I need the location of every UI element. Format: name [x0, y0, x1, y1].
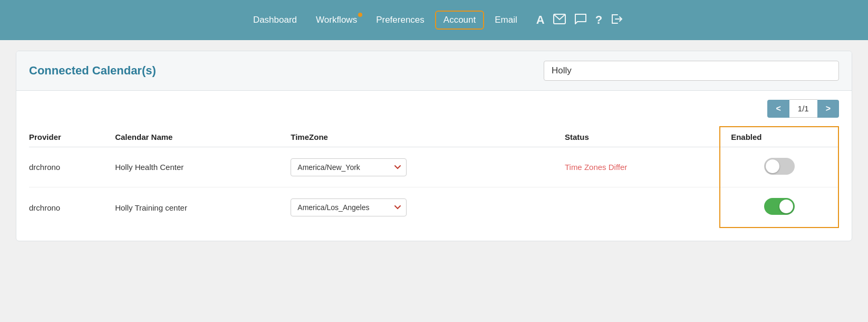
timezone-select-2[interactable]: America/Los_Angeles America/New_York Ame…: [291, 198, 407, 216]
calendars-table: Provider Calendar Name TimeZone Status E…: [29, 126, 839, 228]
toggle-thumb-2: [779, 200, 793, 213]
pagination: < 1/1 >: [29, 99, 839, 118]
toggle-track-2: [764, 198, 795, 215]
workflows-dot: [358, 13, 362, 17]
status-cell: Time Zones Differ: [565, 147, 720, 187]
nav-preferences[interactable]: Preferences: [368, 11, 433, 30]
nav-bar: Dashboard Workflows Preferences Account …: [245, 11, 526, 30]
table-row: drchrono Holly Training center America/L…: [29, 187, 838, 228]
status-differ-text: Time Zones Differ: [565, 163, 627, 172]
chat-icon[interactable]: [574, 13, 587, 27]
th-provider: Provider: [29, 127, 115, 147]
th-timezone: TimeZone: [291, 127, 565, 147]
toggle-track-1: [764, 158, 795, 175]
calendar-search-input[interactable]: [544, 61, 839, 81]
nav-dashboard[interactable]: Dashboard: [245, 11, 305, 30]
timezone-cell[interactable]: America/New_York America/Los_Angeles Ame…: [291, 147, 565, 187]
toggle-thumb-1: [766, 159, 779, 173]
provider-cell: drchrono: [29, 147, 115, 187]
th-calendar-name: Calendar Name: [115, 127, 291, 147]
toggle-1[interactable]: [764, 158, 795, 175]
page-count: 1/1: [789, 99, 817, 118]
timezone-cell[interactable]: America/Los_Angeles America/New_York Ame…: [291, 187, 565, 228]
calendar-name-cell: Holly Health Center: [115, 147, 291, 187]
connected-calendars-card: Connected Calendar(s) < 1/1 > Provider C…: [16, 51, 852, 241]
table-row: drchrono Holly Health Center America/New…: [29, 147, 838, 187]
card-body: < 1/1 > Provider Calendar Name TimeZone …: [16, 91, 852, 241]
card-header: Connected Calendar(s): [16, 51, 852, 91]
th-enabled: Enabled: [720, 127, 838, 147]
nav-email[interactable]: Email: [486, 11, 526, 30]
toggle-2[interactable]: [764, 198, 795, 215]
enabled-cell-2: [720, 187, 838, 228]
logout-icon[interactable]: [611, 13, 623, 27]
font-icon[interactable]: A: [536, 13, 545, 27]
nav-workflows[interactable]: Workflows: [307, 11, 365, 30]
calendar-name-cell: Holly Training center: [115, 187, 291, 228]
prev-page-button[interactable]: <: [767, 100, 789, 118]
email-icon[interactable]: [553, 14, 566, 27]
enabled-cell-1: [720, 147, 838, 187]
header-icons: A ?: [536, 13, 623, 27]
next-page-button[interactable]: >: [817, 100, 839, 118]
th-status: Status: [565, 127, 720, 147]
header: Dashboard Workflows Preferences Account …: [0, 0, 868, 40]
card-title: Connected Calendar(s): [29, 64, 156, 78]
content: Connected Calendar(s) < 1/1 > Provider C…: [0, 40, 868, 252]
provider-cell: drchrono: [29, 187, 115, 228]
nav-account[interactable]: Account: [435, 11, 484, 30]
status-cell-2: [565, 187, 720, 228]
help-icon[interactable]: ?: [595, 13, 602, 27]
timezone-select-1[interactable]: America/New_York America/Los_Angeles Ame…: [291, 158, 407, 176]
